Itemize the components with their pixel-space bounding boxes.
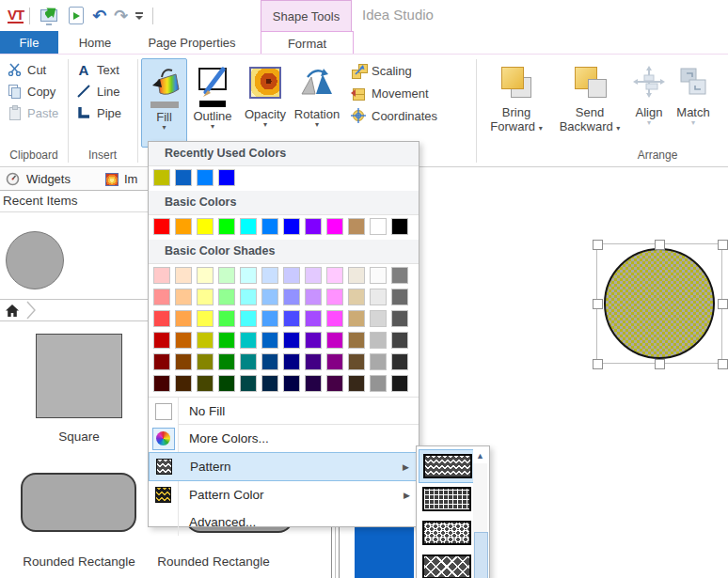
color-swatch[interactable] <box>197 218 214 235</box>
color-swatch[interactable] <box>326 289 343 305</box>
color-swatch[interactable] <box>218 332 235 349</box>
color-swatch[interactable] <box>153 332 170 349</box>
color-swatch[interactable] <box>197 267 214 284</box>
color-swatch[interactable] <box>153 353 170 370</box>
selection-handle[interactable] <box>718 299 728 309</box>
color-swatch[interactable] <box>326 310 343 327</box>
color-swatch[interactable] <box>326 353 343 370</box>
scroll-up-icon[interactable]: ▲ <box>473 448 487 463</box>
run-document-icon[interactable] <box>68 6 85 26</box>
color-swatch[interactable] <box>348 375 365 392</box>
color-swatch[interactable] <box>305 332 322 349</box>
color-swatch[interactable] <box>240 353 257 370</box>
color-swatch[interactable] <box>261 353 278 370</box>
color-swatch[interactable] <box>218 267 235 284</box>
menu-item-more-colors[interactable]: More Colors... <box>149 425 419 452</box>
color-swatch[interactable] <box>175 169 192 186</box>
color-swatch[interactable] <box>305 289 322 305</box>
recent-item-circle[interactable] <box>6 231 64 289</box>
color-swatch[interactable] <box>218 169 235 186</box>
color-swatch[interactable] <box>305 375 322 392</box>
pattern-option-diamond-lattice[interactable] <box>419 551 475 578</box>
color-swatch[interactable] <box>283 218 300 235</box>
selection-handle[interactable] <box>655 240 665 250</box>
align-button[interactable]: Align ▾ <box>628 58 670 146</box>
color-swatch[interactable] <box>391 289 408 305</box>
color-swatch[interactable] <box>283 332 300 349</box>
widget-rounded-rectangle[interactable] <box>21 473 136 532</box>
color-swatch[interactable] <box>197 353 214 370</box>
color-swatch[interactable] <box>261 375 278 392</box>
movement-toggle[interactable]: Movement <box>346 83 467 103</box>
color-swatch[interactable] <box>240 218 257 235</box>
color-swatch[interactable] <box>370 353 387 370</box>
color-swatch[interactable] <box>175 332 192 349</box>
insert-text-button[interactable]: A Text <box>71 59 134 80</box>
submenu-scrollbar[interactable]: ▲ <box>473 448 487 578</box>
tab-home[interactable]: Home <box>58 31 132 54</box>
color-swatch[interactable] <box>240 310 257 327</box>
fill-button[interactable]: Fill ▾ <box>141 58 187 148</box>
color-swatch[interactable] <box>218 289 235 305</box>
color-swatch[interactable] <box>305 218 322 235</box>
color-swatch[interactable] <box>391 310 408 327</box>
paste-button[interactable]: Paste <box>2 102 64 123</box>
canvas-shape-pattern-circle[interactable] <box>604 248 715 359</box>
selection-handle[interactable] <box>655 359 665 369</box>
pattern-option-zigzag[interactable] <box>419 449 477 483</box>
home-icon[interactable] <box>5 304 20 318</box>
color-swatch[interactable] <box>391 218 408 235</box>
outline-button[interactable]: Outline ▾ <box>188 58 237 146</box>
menu-item-no-fill[interactable]: No Fill <box>149 398 419 425</box>
panel-tab-widgets[interactable]: Widgets <box>0 168 104 190</box>
color-swatch[interactable] <box>283 353 300 370</box>
color-swatch[interactable] <box>197 289 214 305</box>
present-screen-icon[interactable] <box>40 6 60 26</box>
color-swatch[interactable] <box>370 375 387 392</box>
coordinates-toggle[interactable]: Coordinates <box>346 105 467 126</box>
menu-item-advanced[interactable]: Advanced... <box>149 508 419 536</box>
color-swatch[interactable] <box>283 267 300 284</box>
bring-forward-button[interactable]: Bring Forward ▾ <box>482 58 551 146</box>
color-swatch[interactable] <box>175 310 192 327</box>
color-swatch[interactable] <box>218 218 235 235</box>
color-swatch[interactable] <box>153 218 170 235</box>
color-swatch[interactable] <box>305 353 322 370</box>
menu-item-pattern[interactable]: Pattern ▶ <box>149 452 419 481</box>
color-swatch[interactable] <box>326 218 343 235</box>
color-swatch[interactable] <box>197 332 214 349</box>
color-swatch[interactable] <box>283 375 300 392</box>
color-swatch[interactable] <box>240 267 257 284</box>
copy-button[interactable]: Copy <box>2 81 64 102</box>
pattern-option-rings[interactable] <box>419 517 475 549</box>
color-swatch[interactable] <box>261 218 278 235</box>
color-swatch[interactable] <box>326 332 343 349</box>
color-swatch[interactable] <box>197 375 214 392</box>
color-swatch[interactable] <box>175 375 192 392</box>
color-swatch[interactable] <box>175 218 192 235</box>
color-swatch[interactable] <box>240 332 257 349</box>
selection-handle[interactable] <box>593 359 603 369</box>
color-swatch[interactable] <box>153 267 170 284</box>
color-swatch[interactable] <box>370 218 387 235</box>
color-swatch[interactable] <box>240 289 257 305</box>
color-swatch[interactable] <box>326 375 343 392</box>
color-swatch[interactable] <box>391 375 408 392</box>
scrollbar-thumb[interactable] <box>474 532 488 578</box>
match-button[interactable]: Match ▾ <box>672 58 715 146</box>
color-swatch[interactable] <box>153 375 170 392</box>
redo-button[interactable]: ↷ <box>114 6 128 26</box>
scaling-toggle[interactable]: Scaling <box>346 60 467 81</box>
insert-line-button[interactable]: Line <box>71 81 134 102</box>
color-swatch[interactable] <box>153 289 170 305</box>
color-swatch[interactable] <box>283 310 300 327</box>
color-swatch[interactable] <box>218 353 235 370</box>
color-swatch[interactable] <box>240 375 257 392</box>
color-swatch[interactable] <box>175 289 192 305</box>
color-swatch[interactable] <box>218 375 235 392</box>
color-swatch[interactable] <box>175 353 192 370</box>
pattern-option-grid[interactable] <box>419 483 475 515</box>
opacity-button[interactable]: Opacity ▾ <box>242 58 289 146</box>
color-swatch[interactable] <box>218 310 235 327</box>
undo-button[interactable]: ↶ <box>92 6 106 26</box>
